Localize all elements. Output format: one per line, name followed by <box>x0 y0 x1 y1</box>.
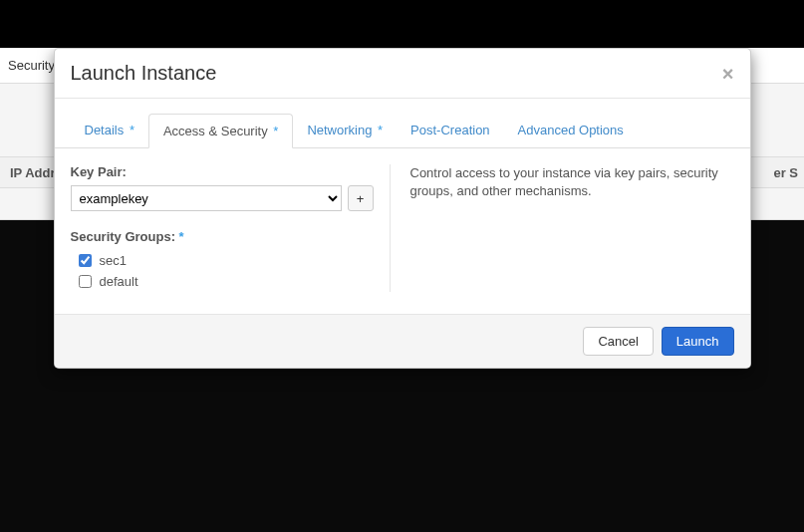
security-groups-label: Security Groups: * <box>71 229 374 244</box>
modal-header: Launch Instance × <box>55 49 750 99</box>
required-star: * <box>179 229 184 244</box>
tab-label: Advanced Options <box>518 123 624 137</box>
tab-label: Networking <box>307 123 372 137</box>
tab-label: Post-Creation <box>410 123 489 137</box>
help-text: Control access to your instance via key … <box>410 164 730 200</box>
launch-button[interactable]: Launch <box>662 327 734 356</box>
modal-footer: Cancel Launch <box>55 314 750 368</box>
sg-checkbox-default[interactable] <box>79 275 92 288</box>
tab-access-security[interactable]: Access & Security * <box>148 114 293 148</box>
sg-checkbox-sec1[interactable] <box>79 254 92 267</box>
sg-name[interactable]: sec1 <box>100 253 127 268</box>
required-star: * <box>273 124 278 138</box>
modal-title: Launch Instance <box>71 62 217 85</box>
close-icon[interactable]: × <box>722 64 734 84</box>
help-column: Control access to your instance via key … <box>390 164 730 292</box>
sg-name[interactable]: default <box>100 274 138 289</box>
tab-advanced-options[interactable]: Advanced Options <box>504 114 638 148</box>
form-column: Key Pair: examplekey + Security Groups: … <box>71 164 390 292</box>
required-star: * <box>378 123 383 137</box>
list-item: sec1 <box>71 250 374 271</box>
add-key-pair-button[interactable]: + <box>348 185 374 211</box>
cancel-button[interactable]: Cancel <box>583 327 653 356</box>
tab-label: Details <box>85 123 125 137</box>
key-pair-label: Key Pair: <box>71 164 374 179</box>
security-groups-list: sec1 default <box>71 250 374 292</box>
modal-tabs: Details * Access & Security * Networking… <box>55 114 750 148</box>
key-pair-select[interactable]: examplekey <box>71 185 342 211</box>
tab-networking[interactable]: Networking * <box>293 114 397 148</box>
launch-instance-modal: Launch Instance × Details * Access & Sec… <box>54 48 751 369</box>
sg-label-text: Security Groups: <box>71 229 175 244</box>
tab-details[interactable]: Details * <box>71 114 148 148</box>
required-star: * <box>130 123 134 137</box>
list-item: default <box>71 271 374 292</box>
tab-post-creation[interactable]: Post-Creation <box>397 114 503 148</box>
tab-label: Access & Security <box>163 124 268 138</box>
